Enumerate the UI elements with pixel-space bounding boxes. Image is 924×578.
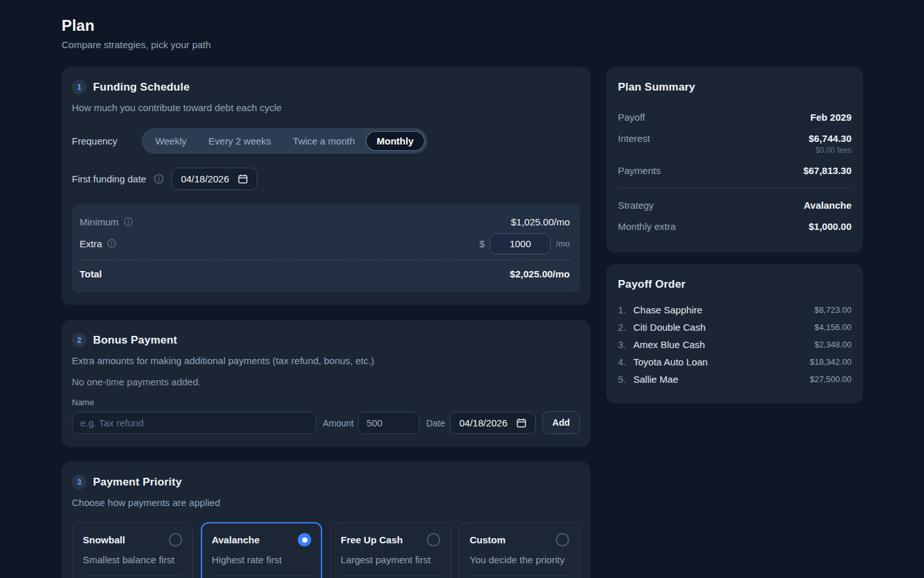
first-funding-date-label: First funding date — [72, 173, 146, 184]
strategy-name: Avalanche — [212, 534, 259, 545]
first-funding-date-input[interactable]: 04/18/2026 — [171, 168, 257, 190]
strategy-row: Strategy Avalanche — [618, 195, 851, 216]
bonus-name-label: Name — [72, 398, 316, 407]
add-bonus-button[interactable]: Add — [542, 411, 580, 434]
page-header: Plan Compare strategies, pick your path — [62, 17, 863, 50]
payoff-order-list: 1. Chase Sapphire $8,723.00 2. Citi Doub… — [618, 301, 851, 388]
priority-card-header: 3 Payment Priority — [72, 475, 580, 489]
strategy-option-free-up-cash[interactable]: Free Up Cash Largest payment first Elimi… — [330, 522, 451, 578]
payoff-label: Payoff — [618, 112, 645, 123]
strategy-value: Avalanche — [804, 200, 851, 211]
priority-card-title: Payment Priority — [93, 476, 182, 489]
strategy-tagline: Smallest balance first — [83, 554, 182, 565]
plan-summary-title: Plan Summary — [618, 81, 851, 94]
strategy-option-avalanche[interactable]: Avalanche Highest rate first Attack the … — [201, 522, 322, 578]
bonus-date-input[interactable]: 04/18/2026 — [450, 412, 536, 434]
total-row: Total $2,025.00/mo — [80, 263, 570, 285]
bonus-form-row: Name Amount Date 04/18/2026 — [72, 398, 580, 434]
strategy-option-custom[interactable]: Custom You decide the priority Drag your… — [459, 522, 580, 578]
minimum-label-wrap: Minimum — [80, 216, 133, 227]
step-1-badge: 1 — [72, 80, 87, 94]
payoff-order-item: 1. Chase Sapphire $8,723.00 — [618, 301, 851, 319]
payoff-order-item: 3. Amex Blue Cash $2,348.00 — [618, 336, 851, 353]
strategy-name: Snowball — [83, 534, 125, 545]
info-icon — [124, 217, 133, 226]
extra-row: Extra $ /mo — [80, 232, 570, 254]
right-column: Plan Summary Payoff Feb 2029 Interest $6… — [606, 67, 863, 403]
payoff-value: Feb 2029 — [810, 112, 851, 123]
interest-label: Interest — [618, 133, 650, 144]
bonus-payment-card: 2 Bonus Payment Extra amounts for making… — [62, 320, 590, 447]
funding-card-subtitle: How much you contribute toward debt each… — [72, 102, 580, 113]
bonus-amount-group: Amount — [323, 412, 420, 434]
total-label: Total — [80, 268, 102, 279]
strategy-option-snowball[interactable]: Snowball Smallest balance first Pay off … — [72, 522, 193, 578]
bonus-amount-input[interactable] — [358, 412, 420, 434]
frequency-option-monthly[interactable]: Monthly — [366, 131, 425, 151]
frequency-row: Frequency Weekly Every 2 weeks Twice a m… — [72, 128, 580, 153]
bonus-card-header: 2 Bonus Payment — [72, 333, 580, 347]
minimum-value: $1,025.00/mo — [511, 216, 570, 227]
monthly-extra-row: Monthly extra $1,000.00 — [618, 216, 851, 237]
bonus-date-group: Date 04/18/2026 — [426, 412, 536, 434]
radio-unchecked-icon[interactable] — [169, 533, 182, 547]
funding-card-header: 1 Funding Schedule — [72, 80, 580, 94]
bonus-name-group: Name — [72, 398, 316, 434]
debt-amount: $8,723.00 — [814, 305, 851, 315]
radio-checked-icon[interactable] — [298, 533, 311, 547]
frequency-option-weekly[interactable]: Weekly — [144, 131, 198, 151]
debt-amount: $27,500.00 — [810, 374, 851, 384]
interest-row: Interest $6,744.30 $0.00 fees — [618, 128, 851, 160]
payoff-order-item: 4. Toyota Auto Loan $18,342.00 — [618, 353, 851, 371]
bonus-date-label: Date — [426, 418, 445, 428]
bonus-amount-label: Amount — [323, 418, 354, 428]
payments-value: $67,813.30 — [803, 165, 851, 176]
extra-label-wrap: Extra — [80, 238, 116, 249]
first-funding-date-value: 04/18/2026 — [181, 173, 229, 184]
interest-value: $6,744.30 — [809, 133, 851, 144]
payments-row: Payments $67,813.30 — [618, 160, 851, 181]
debt-name: Citi Double Cash — [633, 322, 706, 333]
option-divider — [470, 575, 569, 576]
order-index: 3. — [618, 339, 632, 350]
payoff-order-card: Payoff Order 1. Chase Sapphire $8,723.00… — [606, 264, 863, 403]
currency-symbol: $ — [479, 238, 484, 249]
payment-priority-card: 3 Payment Priority Choose how payments a… — [62, 462, 590, 578]
step-2-badge: 2 — [72, 333, 87, 347]
strategy-tagline: Highest rate first — [212, 554, 311, 565]
per-month-suffix: /mo — [556, 239, 570, 249]
radio-unchecked-icon[interactable] — [556, 533, 569, 547]
info-icon — [154, 174, 164, 184]
panel-divider — [80, 259, 570, 260]
option-divider — [83, 575, 182, 576]
step-3-badge: 3 — [72, 475, 87, 489]
funding-card-title: Funding Schedule — [93, 81, 190, 94]
order-index: 5. — [618, 374, 632, 385]
payoff-order-item: 2. Citi Double Cash $4,156.00 — [618, 319, 851, 336]
order-index: 4. — [618, 356, 632, 367]
extra-amount-input[interactable] — [490, 233, 551, 254]
monthly-extra-label: Monthly extra — [618, 221, 676, 232]
order-index: 1. — [618, 304, 632, 315]
frequency-option-every-2-weeks[interactable]: Every 2 weeks — [198, 131, 282, 151]
frequency-option-twice-a-month[interactable]: Twice a month — [282, 131, 366, 151]
summary-divider — [618, 188, 851, 188]
payments-label: Payments — [618, 165, 661, 176]
radio-unchecked-icon[interactable] — [427, 533, 440, 547]
bonus-name-input[interactable] — [72, 412, 316, 434]
strategy-tagline: You decide the priority — [470, 554, 569, 565]
funding-breakdown-panel: Minimum $1,025.00/mo Extra — [72, 204, 580, 292]
bonus-empty-state: No one-time payments added. — [72, 376, 580, 387]
bonus-date-value: 04/18/2026 — [459, 417, 508, 428]
strategy-name: Free Up Cash — [341, 534, 403, 545]
plan-summary-rows: Payoff Feb 2029 Interest $6,744.30 $0.00… — [618, 107, 851, 237]
extra-input-group: $ /mo — [479, 233, 570, 254]
strategy-name: Custom — [470, 534, 506, 545]
priority-card-subtitle: Choose how payments are applied — [72, 497, 580, 508]
page-title: Plan — [62, 17, 863, 35]
interest-fees-subvalue: $0.00 fees — [809, 146, 851, 155]
minimum-row: Minimum $1,025.00/mo — [80, 211, 570, 232]
first-funding-date-row: First funding date 04/18/2026 — [72, 168, 580, 190]
frequency-segmented-control: Weekly Every 2 weeks Twice a month Month… — [142, 128, 427, 153]
bonus-card-subtitle: Extra amounts for making additional paym… — [72, 355, 580, 366]
